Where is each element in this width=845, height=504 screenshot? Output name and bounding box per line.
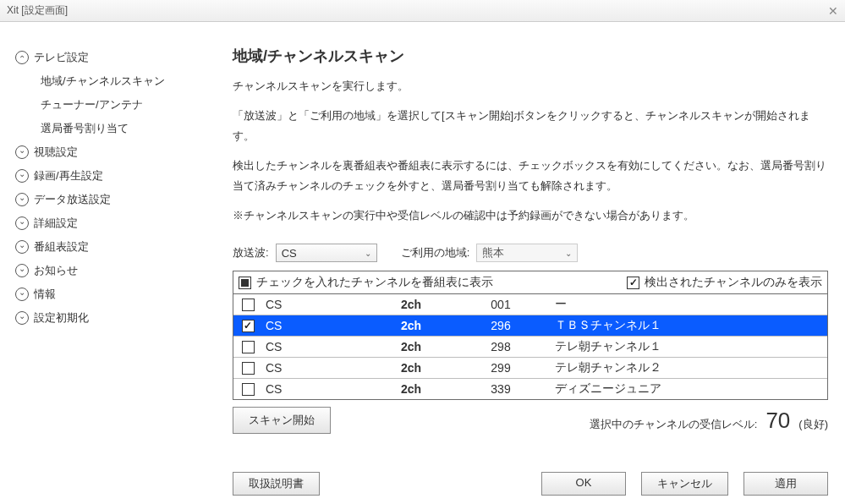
ok-button[interactable]: OK [541, 472, 626, 496]
chevron-down-icon: ⌄ [565, 249, 572, 258]
sidebar: テレビ設定 地域/チャンネルスキャン チューナー/アンテナ 選局番号割り当て 視… [0, 22, 207, 504]
chevron-down-icon [15, 288, 29, 301]
row-name: ディズニージュニア [548, 381, 822, 397]
row-ch: 2ch [369, 319, 453, 332]
window-title: Xit [設定画面] [7, 3, 68, 18]
sidebar-item-label: 設定初期化 [34, 310, 89, 326]
row-num: 339 [458, 382, 543, 396]
broadcast-label: 放送波: [233, 245, 269, 260]
desc-text-1: 「放送波」と「ご利用の地域」を選択して[スキャン開始]ボタンをクリックすると、チ… [233, 106, 828, 145]
row-type: CS [262, 319, 364, 332]
row-num: 296 [458, 319, 543, 332]
row-checkbox[interactable] [242, 341, 255, 353]
chevron-down-icon [15, 169, 29, 183]
row-checkbox[interactable] [242, 362, 255, 375]
row-checkbox[interactable] [242, 383, 255, 396]
sidebar-item-label: 詳細設定 [34, 216, 78, 231]
table-row[interactable]: CS2ch339ディズニージュニア [233, 379, 827, 399]
sidebar-item-label: データ放送設定 [34, 192, 111, 207]
title-bar: Xit [設定画面] ✕ [0, 0, 845, 22]
sidebar-item-viewing[interactable]: 視聴設定 [15, 140, 202, 164]
signal-value: 70 [765, 408, 790, 434]
manual-button[interactable]: 取扱説明書 [233, 472, 320, 496]
chevron-down-icon [15, 311, 29, 325]
page-title: 地域/チャンネルスキャン [233, 46, 828, 66]
row-name: テレ朝チャンネル２ [548, 360, 822, 375]
region-value: 熊本 [482, 245, 504, 260]
broadcast-value: CS [282, 247, 297, 260]
region-select[interactable]: 熊本 ⌄ [476, 244, 578, 262]
row-name: ＴＢＳチャンネル１ [548, 318, 822, 333]
content-pane: 地域/チャンネルスキャン チャンネルスキャンを実行します。 「放送波」と「ご利用… [207, 22, 845, 504]
row-type: CS [262, 340, 364, 353]
row-type: CS [262, 361, 364, 375]
row-type: CS [262, 298, 364, 311]
sidebar-item-channel-scan[interactable]: 地域/チャンネルスキャン [15, 69, 202, 93]
apply-button[interactable]: 適用 [743, 472, 828, 496]
table-header: チェックを入れたチャンネルを番組表に表示 検出されたチャンネルのみを表示 [233, 271, 827, 294]
sidebar-item-label: チューナー/アンテナ [41, 97, 143, 112]
sidebar-item-label: 地域/チャンネルスキャン [41, 74, 165, 89]
signal-quality: (良好) [798, 417, 828, 432]
chevron-down-icon: ⌄ [365, 249, 371, 258]
broadcast-select[interactable]: CS ⌄ [276, 244, 377, 262]
row-ch: 2ch [369, 361, 453, 375]
channel-table: チェックを入れたチャンネルを番組表に表示 検出されたチャンネルのみを表示 CS2… [233, 271, 828, 400]
table-row[interactable]: CS2ch299テレ朝チャンネル２ [233, 358, 827, 379]
sidebar-item-label: 録画/再生設定 [34, 168, 103, 184]
chevron-down-icon [15, 193, 29, 206]
desc-text-2: 検出したチャンネルを裏番組表や番組表に表示するには、チェックボックスを有効にして… [233, 156, 828, 195]
chevron-down-icon [15, 216, 29, 230]
header-label-show-in-epg: チェックを入れたチャンネルを番組表に表示 [256, 275, 493, 290]
sidebar-item-label: 情報 [34, 287, 56, 302]
table-body: CS2ch001ーCS2ch296ＴＢＳチャンネル１CS2ch298テレ朝チャン… [233, 294, 827, 399]
table-row[interactable]: CS2ch296ＴＢＳチャンネル１ [233, 315, 827, 337]
sidebar-item-tv-settings[interactable]: テレビ設定 [15, 46, 202, 69]
header-checkbox-all[interactable] [239, 277, 251, 289]
table-row[interactable]: CS2ch298テレ朝チャンネル１ [233, 337, 827, 358]
intro-text: チャンネルスキャンを実行します。 [233, 76, 828, 96]
sidebar-item-reset[interactable]: 設定初期化 [15, 306, 202, 330]
close-icon[interactable]: ✕ [828, 4, 838, 18]
row-num: 298 [458, 340, 543, 353]
sidebar-item-epg[interactable]: 番組表設定 [15, 235, 202, 259]
row-ch: 2ch [369, 298, 453, 311]
chevron-down-icon [15, 145, 29, 159]
chevron-down-icon [15, 240, 29, 254]
sidebar-item-label: テレビ設定 [34, 50, 89, 65]
chevron-down-icon [15, 264, 29, 277]
sidebar-item-channel-assign[interactable]: 選局番号割り当て [15, 117, 202, 140]
row-num: 001 [458, 298, 543, 311]
table-row[interactable]: CS2ch001ー [233, 294, 827, 315]
scan-start-button[interactable]: スキャン開始 [233, 407, 331, 434]
header-checkbox-detected-only[interactable] [627, 277, 639, 289]
row-name: ー [548, 297, 822, 312]
sidebar-item-data-broadcast[interactable]: データ放送設定 [15, 188, 202, 211]
sidebar-item-info[interactable]: 情報 [15, 282, 202, 306]
sidebar-item-tuner-antenna[interactable]: チューナー/アンテナ [15, 93, 202, 117]
signal-label: 選択中のチャンネルの受信レベル: [590, 417, 758, 432]
row-num: 299 [458, 361, 543, 375]
row-name: テレ朝チャンネル１ [548, 339, 822, 354]
sidebar-item-label: お知らせ [34, 263, 78, 278]
sidebar-item-recording[interactable]: 録画/再生設定 [15, 164, 202, 188]
row-ch: 2ch [369, 382, 453, 396]
sidebar-item-label: 選局番号割り当て [41, 121, 129, 136]
row-checkbox[interactable] [242, 299, 255, 311]
sidebar-item-notice[interactable]: お知らせ [15, 259, 202, 282]
sidebar-item-label: 視聴設定 [34, 145, 78, 160]
chevron-up-icon [15, 51, 29, 64]
row-checkbox[interactable] [242, 320, 255, 332]
row-type: CS [262, 382, 364, 396]
note-text: ※チャンネルスキャンの実行中や受信レベルの確認中は予約録画ができない場合がありま… [233, 205, 828, 225]
sidebar-item-advanced[interactable]: 詳細設定 [15, 211, 202, 235]
region-label: ご利用の地域: [401, 245, 470, 260]
cancel-button[interactable]: キャンセル [641, 472, 728, 496]
sidebar-item-label: 番組表設定 [34, 239, 89, 255]
row-ch: 2ch [369, 340, 453, 353]
header-label-detected-only: 検出されたチャンネルのみを表示 [645, 275, 822, 290]
